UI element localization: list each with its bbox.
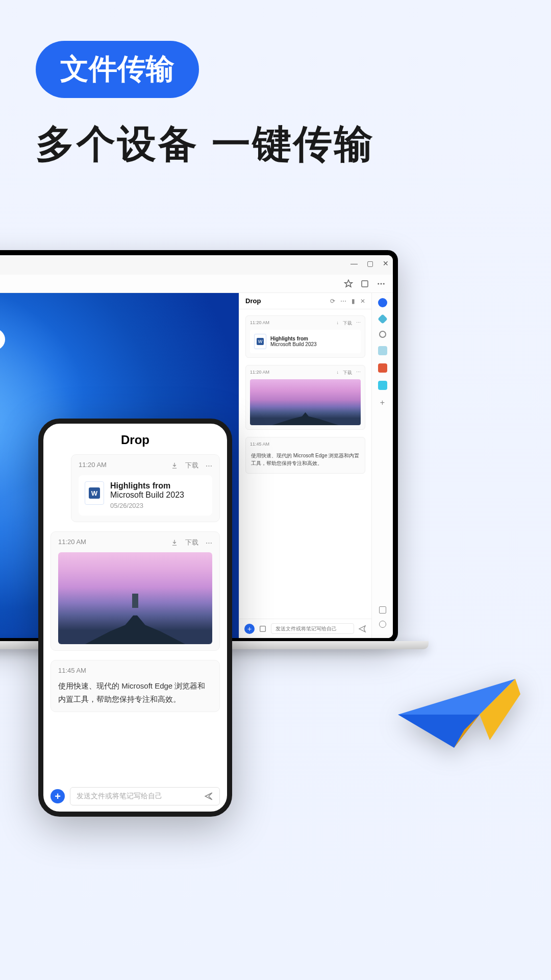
drop-panel: Drop ⟳ ⋯ ▮ ✕ 11:20 AM ↓下载⋯	[239, 293, 371, 638]
svg-rect-0	[362, 281, 368, 287]
drop-panel-title: Drop	[245, 297, 261, 305]
card-time: 11:20 AM	[250, 320, 269, 327]
window-max-icon[interactable]: ▢	[367, 259, 373, 267]
phone-card-file[interactable]: 11:20 AM 下载 ⋯ W Highlights from Microsof…	[71, 454, 220, 522]
window-close-icon[interactable]: ✕	[383, 259, 389, 267]
card-time: 11:20 AM	[79, 461, 107, 470]
feature-badge: 文件传输	[36, 41, 199, 98]
svg-point-2	[381, 283, 382, 284]
send-icon[interactable]	[204, 792, 213, 801]
image-thumbnail	[250, 379, 361, 425]
phone-card-image[interactable]: 11:20 AM 下载 ⋯	[51, 531, 220, 651]
sidebar-settings-icon[interactable]	[379, 621, 386, 628]
word-file-icon: W	[254, 334, 266, 349]
search-bar[interactable]	[0, 329, 5, 350]
attach-icon[interactable]	[259, 625, 267, 633]
card-time: 11:20 AM	[250, 370, 269, 376]
add-button[interactable]: +	[244, 624, 255, 634]
note-text: 使用快速、现代的 Microsoft Edge 浏览器和内置工具，帮助您保持专注…	[250, 450, 361, 469]
refresh-icon[interactable]: ⟳	[330, 298, 335, 305]
phone-drop-title: Drop	[43, 424, 227, 454]
svg-point-3	[383, 283, 385, 284]
browser-tab-bar: + — ▢ ✕	[0, 255, 393, 275]
panel-close-icon[interactable]: ✕	[360, 298, 365, 305]
drop-card-note[interactable]: 11:45 AM 使用快速、现代的 Microsoft Edge 浏览器和内置工…	[245, 437, 365, 474]
headline: 多个设备 一键传输	[36, 118, 515, 171]
sidebar-drop-icon[interactable]	[378, 314, 388, 324]
card-more-icon[interactable]: ⋯	[206, 462, 212, 470]
card-time: 11:45 AM	[250, 442, 269, 447]
extensions-icon[interactable]	[360, 279, 369, 288]
card-time: 11:45 AM	[58, 667, 86, 674]
card-more-icon[interactable]: ⋯	[356, 370, 361, 376]
word-file-icon: W	[85, 481, 104, 505]
sidebar-shopping-icon[interactable]	[378, 346, 387, 355]
card-time: 11:20 AM	[58, 538, 86, 547]
panel-more-icon[interactable]: ⋯	[340, 298, 346, 305]
window-min-icon[interactable]: —	[350, 259, 358, 267]
message-input[interactable]: 发送文件或将笔记写给自己	[70, 787, 220, 805]
image-thumbnail	[58, 552, 212, 644]
browser-toolbar	[0, 275, 393, 293]
sidebar-office-icon[interactable]	[378, 363, 387, 373]
download-icon[interactable]: ↓	[337, 370, 339, 376]
message-input[interactable]	[271, 623, 354, 634]
sidebar-outlook-icon[interactable]	[378, 381, 387, 390]
send-icon[interactable]	[358, 625, 366, 633]
sidebar-collapse-icon[interactable]	[379, 606, 386, 614]
add-button[interactable]: +	[51, 789, 65, 803]
note-text: 使用快速、现代的 Microsoft Edge 浏览器和内置工具，帮助您保持专注…	[58, 679, 212, 705]
sidebar-add-icon[interactable]: +	[380, 398, 385, 407]
drop-card-image[interactable]: 11:20 AM ↓下载⋯	[245, 365, 365, 430]
phone-frame: Drop 11:20 AM 下载 ⋯ W Highlights from Mic…	[38, 419, 232, 817]
star-icon[interactable]	[344, 279, 353, 288]
paper-plane-icon	[388, 664, 531, 766]
sidebar-bing-icon[interactable]	[378, 298, 387, 307]
edge-sidebar: +	[371, 293, 393, 638]
card-more-icon[interactable]: ⋯	[206, 539, 212, 547]
svg-rect-5	[260, 626, 266, 631]
svg-point-1	[378, 283, 379, 284]
download-icon[interactable]	[171, 462, 178, 469]
drop-card-file[interactable]: 11:20 AM ↓下载⋯ W Highlights from Microsof…	[245, 315, 365, 358]
sidebar-search-icon[interactable]	[379, 331, 386, 338]
phone-card-note[interactable]: 11:45 AM 使用快速、现代的 Microsoft Edge 浏览器和内置工…	[51, 660, 220, 712]
download-icon[interactable]: ↓	[337, 320, 339, 327]
pin-icon[interactable]: ▮	[352, 298, 355, 305]
menu-icon[interactable]	[377, 279, 386, 288]
card-more-icon[interactable]: ⋯	[356, 320, 361, 327]
device-switch-button[interactable]	[38, 541, 40, 555]
download-icon[interactable]	[171, 539, 178, 546]
